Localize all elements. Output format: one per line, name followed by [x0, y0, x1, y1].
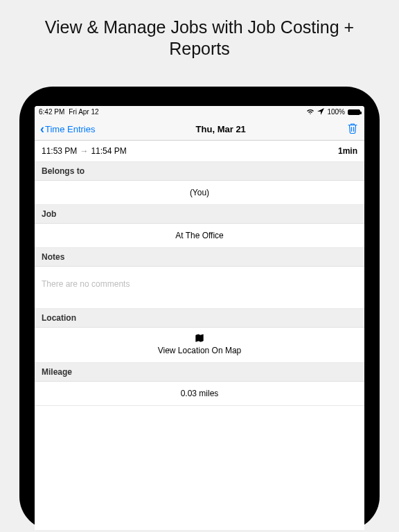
- section-header-mileage: Mileage: [35, 363, 364, 382]
- nav-bar: ‹ Time Entries Thu, Mar 21: [35, 118, 364, 141]
- mileage-value: 0.03 miles: [35, 382, 364, 406]
- arrow-right-icon: →: [80, 146, 88, 156]
- status-bar: 6:42 PM Fri Apr 12 100%: [35, 106, 364, 118]
- end-time: 11:54 PM: [91, 146, 126, 156]
- chevron-left-icon: ‹: [40, 123, 44, 135]
- delete-button[interactable]: [346, 122, 359, 136]
- app-screen: 6:42 PM Fri Apr 12 100% ‹ Time Entries T…: [35, 106, 364, 530]
- device-frame: 6:42 PM Fri Apr 12 100% ‹ Time Entries T…: [19, 87, 380, 530]
- status-time: 6:42 PM: [39, 108, 64, 116]
- trash-icon: [346, 122, 359, 134]
- belongs-to-value[interactable]: (You): [35, 181, 364, 205]
- section-header-job: Job: [35, 205, 364, 224]
- start-time: 11:53 PM: [42, 146, 77, 156]
- back-label: Time Entries: [45, 124, 95, 134]
- section-header-notes: Notes: [35, 248, 364, 267]
- section-header-belongs-to: Belongs to: [35, 162, 364, 181]
- map-icon: [195, 333, 204, 343]
- battery-percent: 100%: [327, 108, 345, 116]
- battery-icon: [348, 109, 360, 115]
- view-location-button[interactable]: View Location On Map: [35, 328, 364, 363]
- location-arrow-icon: [317, 108, 324, 116]
- empty-space: [35, 406, 364, 530]
- wifi-icon: [306, 108, 314, 116]
- view-location-label: View Location On Map: [158, 346, 242, 355]
- duration-value: 1min: [338, 146, 357, 156]
- section-header-location: Location: [35, 309, 364, 328]
- page-title: Thu, Mar 21: [196, 124, 246, 134]
- notes-field[interactable]: There are no comments: [35, 267, 364, 309]
- time-entry-row[interactable]: 11:53 PM → 11:54 PM 1min: [35, 141, 364, 162]
- status-date: Fri Apr 12: [69, 108, 98, 116]
- job-value[interactable]: At The Office: [35, 224, 364, 248]
- back-button[interactable]: ‹ Time Entries: [40, 123, 95, 135]
- promo-heading: View & Manage Jobs with Job Costing + Re…: [0, 0, 399, 74]
